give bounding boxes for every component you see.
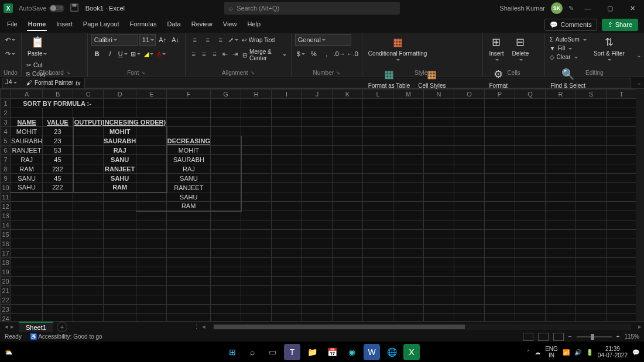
cell-T16[interactable] — [607, 239, 637, 249]
cell-N18[interactable] — [424, 258, 454, 267]
cell-E10[interactable] — [136, 183, 167, 192]
align-left-button[interactable]: ≡ — [189, 48, 198, 60]
cell-P12[interactable] — [485, 202, 515, 211]
cell-D22[interactable] — [104, 295, 136, 305]
cell-I11[interactable] — [272, 192, 302, 202]
row-header-20[interactable]: 20 — [1, 277, 11, 286]
cell-D8[interactable]: RANJEET — [104, 164, 136, 174]
cell-H19[interactable] — [241, 267, 272, 277]
cell-N12[interactable] — [424, 202, 454, 211]
cell-F2[interactable] — [167, 108, 211, 118]
cell-O4[interactable] — [454, 127, 485, 136]
cell-B15[interactable] — [43, 230, 73, 239]
cell-E2[interactable] — [136, 108, 167, 118]
cell-C10[interactable] — [73, 183, 104, 192]
cell-G9[interactable] — [211, 174, 241, 183]
cell-K22[interactable] — [333, 295, 363, 305]
cell-J1[interactable] — [302, 99, 333, 108]
cell-D11[interactable] — [104, 192, 136, 202]
col-header-G[interactable]: G — [211, 89, 241, 99]
cell-D15[interactable] — [104, 230, 136, 239]
cell-A21[interactable] — [11, 286, 43, 295]
minimize-button[interactable]: — — [580, 0, 596, 16]
cell-N20[interactable] — [424, 277, 454, 286]
cell-L19[interactable] — [363, 267, 393, 277]
cell-J17[interactable] — [302, 249, 333, 258]
cell-T1[interactable] — [607, 99, 637, 108]
col-header-O[interactable]: O — [454, 89, 485, 99]
cell-T14[interactable] — [607, 220, 637, 230]
file-explorer-icon[interactable]: 📁 — [304, 344, 320, 360]
hscroll-left[interactable]: ◂ — [202, 323, 205, 330]
cell-B12[interactable] — [43, 202, 73, 211]
menu-file[interactable]: File — [6, 18, 19, 31]
font-color-button[interactable]: A — [156, 48, 167, 60]
number-format-select[interactable]: General — [295, 34, 351, 46]
cell-K16[interactable] — [333, 239, 363, 249]
redo-button[interactable]: ↷ — [5, 48, 16, 60]
cell-A9[interactable]: SANU — [11, 174, 43, 183]
cell-G8[interactable] — [211, 164, 241, 174]
clock-time[interactable]: 21:39 — [598, 346, 628, 352]
cell-I2[interactable] — [272, 108, 302, 118]
cell-K10[interactable] — [333, 183, 363, 192]
cell-B10[interactable]: 222 — [43, 183, 73, 192]
cell-R9[interactable] — [546, 174, 576, 183]
cell-I1[interactable] — [272, 99, 302, 108]
cell-M5[interactable] — [393, 136, 424, 146]
cell-F21[interactable] — [167, 286, 211, 295]
cell-P8[interactable] — [485, 164, 515, 174]
cell-S6[interactable] — [576, 146, 607, 155]
cell-Q17[interactable] — [515, 249, 546, 258]
cell-K19[interactable] — [333, 267, 363, 277]
cell-S18[interactable] — [576, 258, 607, 267]
cell-S24[interactable] — [576, 314, 607, 322]
calendar-icon[interactable]: 📅 — [324, 344, 340, 360]
row-header-23[interactable]: 23 — [1, 305, 11, 314]
delete-cells-button[interactable]: ⊟Delete — [509, 34, 531, 63]
row-header-14[interactable]: 14 — [1, 220, 11, 230]
cell-T23[interactable] — [607, 305, 637, 314]
col-header-L[interactable]: L — [363, 89, 393, 99]
cell-A6[interactable]: RANJEET — [11, 146, 43, 155]
orientation-button[interactable]: ⤢ — [228, 34, 239, 46]
cell-I15[interactable] — [272, 230, 302, 239]
cell-L22[interactable] — [363, 295, 393, 305]
cell-G10[interactable] — [211, 183, 241, 192]
cell-E19[interactable] — [136, 267, 167, 277]
cell-O10[interactable] — [454, 183, 485, 192]
cell-T17[interactable] — [607, 249, 637, 258]
wifi-icon[interactable]: 📶 — [563, 349, 570, 356]
cell-N15[interactable] — [424, 230, 454, 239]
word-icon[interactable]: W — [364, 344, 380, 360]
cell-D21[interactable] — [104, 286, 136, 295]
cell-O2[interactable] — [454, 108, 485, 118]
cell-E4[interactable] — [136, 127, 167, 136]
cell-J6[interactable] — [302, 146, 333, 155]
cell-I22[interactable] — [272, 295, 302, 305]
cell-O21[interactable] — [454, 286, 485, 295]
cell-I20[interactable] — [272, 277, 302, 286]
horizontal-scrollbar[interactable] — [213, 324, 631, 330]
cell-N11[interactable] — [424, 192, 454, 202]
cell-C22[interactable] — [73, 295, 104, 305]
col-header-E[interactable]: E — [136, 89, 167, 99]
cell-Q21[interactable] — [515, 286, 546, 295]
font-size-select[interactable]: 11 — [139, 34, 156, 46]
cell-E6[interactable] — [136, 146, 167, 155]
cell-S2[interactable] — [576, 108, 607, 118]
cell-T18[interactable] — [607, 258, 637, 267]
cell-M9[interactable] — [393, 174, 424, 183]
battery-icon[interactable]: 🔋 — [586, 349, 593, 356]
cell-D17[interactable] — [104, 249, 136, 258]
cell-N16[interactable] — [424, 239, 454, 249]
cell-R23[interactable] — [546, 305, 576, 314]
cell-F22[interactable] — [167, 295, 211, 305]
cell-S15[interactable] — [576, 230, 607, 239]
cell-R10[interactable] — [546, 183, 576, 192]
cell-P11[interactable] — [485, 192, 515, 202]
cell-K12[interactable] — [333, 202, 363, 211]
cell-S10[interactable] — [576, 183, 607, 192]
cell-C18[interactable] — [73, 258, 104, 267]
cell-R12[interactable] — [546, 202, 576, 211]
